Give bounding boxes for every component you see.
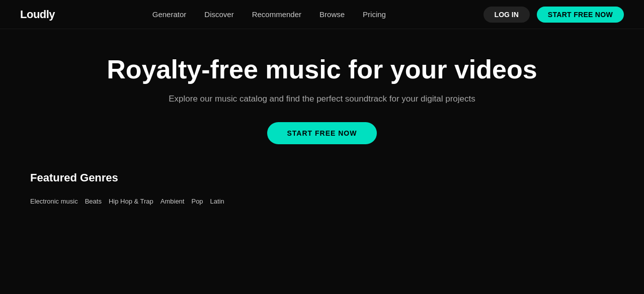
genre-card-wrap-ambient: Ambient🎐Ambient — [160, 193, 185, 205]
genre-name-hiphop: Hip Hop & Trap — [109, 198, 153, 205]
genre-name-latin: Latin — [210, 198, 224, 205]
genre-name-electronic: Electronic music — [30, 198, 78, 205]
nav-link-browse[interactable]: Browse — [319, 10, 345, 19]
nav-link-discover[interactable]: Discover — [204, 10, 233, 19]
nav-actions: LOG IN START FREE NOW — [484, 7, 624, 23]
genre-card-wrap-pop: Pop🗿Pop — [191, 193, 203, 205]
hero-section: Royalty-free music for your videos Explo… — [0, 29, 644, 166]
logo[interactable]: Loudly — [20, 8, 55, 21]
hero-title: Royalty-free music for your videos — [20, 55, 624, 84]
genre-card-wrap-hiphop: Hip Hop & Trap🎤Hip Hop & Trap — [109, 193, 153, 205]
genre-card-wrap-beats: Beats🎹Beats — [85, 193, 102, 205]
nav-link-generator[interactable]: Generator — [152, 10, 187, 19]
nav-link-recommender[interactable]: Recommender — [252, 10, 301, 19]
hero-subtitle: Explore our music catalog and find the p… — [20, 94, 624, 104]
genre-name-beats: Beats — [85, 198, 102, 205]
featured-genres-title: Featured Genres — [30, 171, 614, 184]
navbar: Loudly Generator Discover Recommender Br… — [0, 0, 644, 29]
featured-genres-section: Featured Genres Electronic🎧Electronic mu… — [0, 166, 644, 215]
nav-link-pricing[interactable]: Pricing — [363, 10, 386, 19]
login-button[interactable]: LOG IN — [484, 7, 530, 23]
genre-card-wrap-latin: Latin🌴Latin — [210, 193, 224, 205]
genre-name-ambient: Ambient — [160, 198, 185, 205]
start-free-hero-button[interactable]: START FREE NOW — [267, 122, 377, 144]
nav-links: Generator Discover Recommender Browse Pr… — [152, 10, 386, 19]
start-free-nav-button[interactable]: START FREE NOW — [537, 7, 624, 23]
genres-grid: Electronic🎧Electronic musicBeats🎹BeatsHi… — [30, 193, 614, 205]
genre-name-pop: Pop — [191, 198, 203, 205]
genre-card-wrap-electronic: Electronic🎧Electronic music — [30, 193, 78, 205]
